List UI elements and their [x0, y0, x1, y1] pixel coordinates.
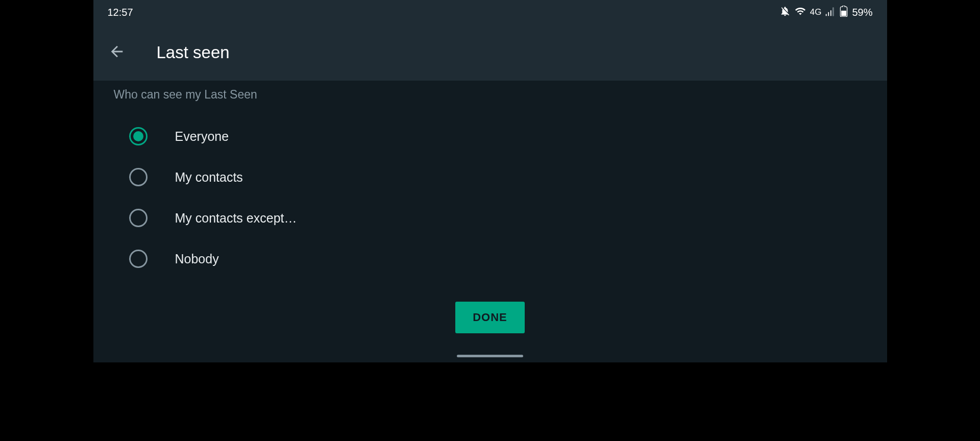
status-time: 12:57	[108, 7, 133, 18]
page-title: Last seen	[157, 43, 230, 62]
back-button[interactable]	[108, 43, 126, 62]
radio-group: Everyone My contacts My contacts except……	[93, 116, 887, 279]
bell-off-icon	[779, 6, 791, 19]
battery-icon	[840, 6, 848, 19]
option-label: Nobody	[175, 252, 219, 266]
radio-unselected-icon	[129, 250, 148, 268]
done-button[interactable]: DONE	[455, 302, 525, 333]
section-header: Who can see my Last Seen	[93, 88, 887, 102]
option-label: My contacts except…	[175, 211, 297, 226]
status-bar: 12:57 4G 59%	[93, 0, 887, 24]
signal-icon	[824, 6, 836, 19]
radio-selected-icon	[129, 127, 148, 145]
option-my-contacts-except[interactable]: My contacts except…	[93, 198, 887, 238]
option-label: Everyone	[175, 129, 229, 144]
navigation-handle[interactable]	[457, 355, 523, 357]
arrow-left-icon	[108, 43, 126, 62]
battery-percentage: 59%	[852, 7, 872, 18]
content-area: Who can see my Last Seen Everyone My con…	[93, 81, 887, 333]
svg-rect-0	[842, 10, 847, 15]
status-icons: 4G 59%	[779, 6, 873, 19]
option-nobody[interactable]: Nobody	[93, 238, 887, 279]
radio-unselected-icon	[129, 168, 148, 186]
option-label: My contacts	[175, 170, 243, 185]
network-label: 4G	[810, 7, 822, 17]
radio-unselected-icon	[129, 209, 148, 227]
app-root: 12:57 4G 59% Last seen Who can	[93, 0, 887, 362]
option-my-contacts[interactable]: My contacts	[93, 157, 887, 198]
wifi-icon	[795, 6, 806, 19]
option-everyone[interactable]: Everyone	[93, 116, 887, 157]
app-bar: Last seen	[93, 24, 887, 81]
action-row: DONE	[93, 302, 887, 333]
